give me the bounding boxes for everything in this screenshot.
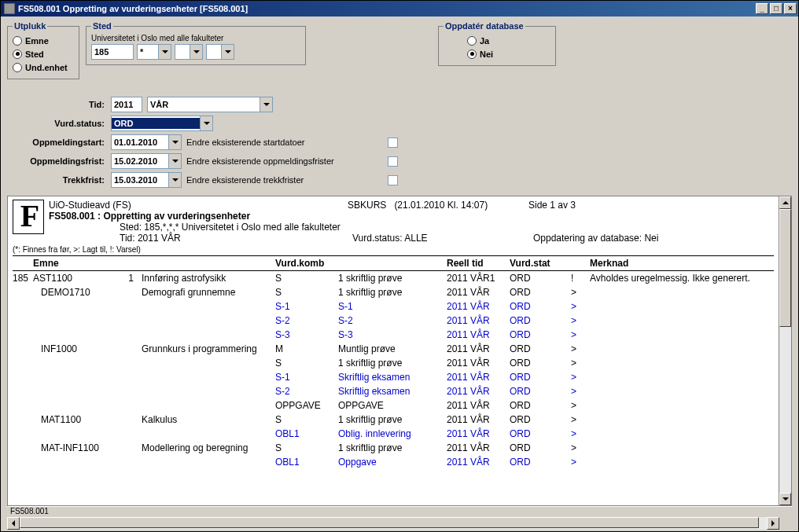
sted-legend: Sted — [91, 21, 113, 31]
app-window: FS508.001 Oppretting av vurderingsenhete… — [0, 0, 799, 532]
chevron-down-icon[interactable] — [168, 173, 181, 187]
oppmfrist-chk-label: Endre eksisterende oppmeldingsfrister — [186, 156, 383, 166]
fs-logo-icon: F — [13, 200, 44, 234]
trekk-chk-label: Endre eksisterende trekkfrister — [186, 175, 383, 185]
sted-input-1[interactable]: 185 — [91, 44, 134, 60]
table-row[interactable]: INF1000Grunnkurs i programmeringMMuntlig… — [13, 342, 774, 356]
radio-icon — [467, 50, 477, 59]
table-rows: 185AST11001Innføring astrofysikkS1 skrif… — [13, 271, 774, 469]
vurdstatus-label: Vurd.status: — [7, 119, 106, 128]
chevron-down-icon[interactable] — [200, 116, 212, 130]
table-row[interactable]: 185AST11001Innføring astrofysikkS1 skrif… — [13, 271, 774, 285]
app-icon — [4, 3, 15, 14]
report-sted-line: Sted: 185,*,*,* Universitetet i Oslo med… — [49, 222, 774, 233]
table-row[interactable]: S1 skriftlig prøve2011 VÅRORD> — [13, 356, 774, 370]
report-panel: F UiO-Studieavd (FS) SBKURS (21.01.2010 … — [7, 196, 792, 506]
horizontal-scrollbar[interactable] — [7, 517, 792, 530]
window-title: FS508.001 Oppretting av vurderingsenhete… — [18, 4, 248, 13]
table-header: Emne Vurd.komb Reell tid Vurd.stat Merkn… — [13, 256, 774, 271]
chevron-down-icon[interactable] — [168, 135, 181, 149]
radio-icon — [13, 63, 22, 72]
sted-group: Sted Universitetet i Oslo med alle fakul… — [86, 21, 306, 65]
report-table: Emne Vurd.komb Reell tid Vurd.stat Merkn… — [13, 255, 774, 469]
sted-caption: Universitetet i Oslo med alle fakulteter — [91, 34, 300, 42]
status-bar: FS508.001 — [7, 506, 792, 517]
radio-emne[interactable]: Emne — [13, 34, 74, 47]
scroll-thumb[interactable] — [779, 209, 791, 327]
oppmstart-chk-label: Endre eksisterende startdatoer — [186, 138, 383, 147]
minimize-button[interactable]: _ — [756, 3, 768, 14]
scroll-left-button[interactable] — [7, 517, 20, 530]
radio-ja[interactable]: Ja — [444, 34, 550, 47]
table-row[interactable]: DEMO1710Demografi grunnemneS1 skriftlig … — [13, 285, 774, 299]
hscroll-thumb[interactable] — [20, 517, 759, 528]
table-row[interactable]: S-3S-32011 VÅRORD> — [13, 328, 774, 342]
utplukk-group: Utplukk Emne Sted Und.enhet — [7, 21, 79, 79]
radio-undenhet[interactable]: Und.enhet — [13, 61, 74, 74]
table-row[interactable]: MAT1100KalkulusS1 skriftlig prøve2011 VÅ… — [13, 413, 774, 427]
title-bar[interactable]: FS508.001 Oppretting av vurderingsenhete… — [1, 1, 798, 17]
tid-year-input[interactable]: 2011 — [111, 97, 142, 112]
scroll-corner — [779, 517, 792, 530]
chevron-down-icon[interactable] — [158, 45, 171, 59]
report-body: F UiO-Studieavd (FS) SBKURS (21.01.2010 … — [8, 196, 779, 505]
radio-icon — [13, 36, 22, 46]
radio-nei[interactable]: Nei — [444, 47, 550, 61]
oppdater-group: Oppdatér database Ja Nei — [438, 21, 556, 66]
oppdater-legend: Oppdatér database — [444, 21, 525, 31]
trekk-label: Trekkfrist: — [7, 175, 106, 185]
table-row[interactable]: S-1Skriftlig eksamen2011 VÅRORD> — [13, 370, 774, 384]
maximize-button[interactable]: □ — [770, 3, 782, 14]
report-sys: SBKURS — [348, 200, 386, 211]
close-button[interactable]: × — [784, 3, 797, 14]
oppmfrist-checkbox[interactable] — [388, 156, 398, 167]
oppmstart-combo[interactable]: 01.01.2010 — [111, 134, 182, 150]
report-tid-line: Tid: 2011 VÅR — [120, 233, 352, 244]
sted-combo-4[interactable] — [206, 44, 234, 60]
report-org: UiO-Studieavd (FS) — [49, 200, 348, 211]
scroll-track[interactable] — [779, 209, 791, 493]
chevron-down-icon[interactable] — [168, 154, 181, 168]
hscroll-track[interactable] — [20, 517, 767, 530]
trekk-combo[interactable]: 15.03.2010 — [111, 172, 182, 188]
report-title: FS508.001 : Oppretting av vurderingsenhe… — [49, 211, 774, 222]
utplukk-legend: Utplukk — [13, 21, 47, 31]
table-row[interactable]: MAT-INF1100Modellering og beregningS1 sk… — [13, 441, 774, 455]
sted-combo-3[interactable] — [175, 44, 203, 60]
chevron-down-icon[interactable] — [260, 97, 272, 112]
chevron-down-icon[interactable] — [190, 45, 202, 59]
table-row[interactable]: S-2Skriftlig eksamen2011 VÅRORD> — [13, 384, 774, 398]
report-page: Side 1 av 3 — [528, 200, 576, 211]
sted-combo-2[interactable]: * — [137, 44, 171, 60]
chevron-down-icon[interactable] — [221, 45, 234, 59]
oppmfrist-combo[interactable]: 15.02.2010 — [111, 153, 182, 169]
table-row[interactable]: S-1S-12011 VÅRORD> — [13, 299, 774, 314]
trekk-checkbox[interactable] — [388, 175, 398, 185]
oppmstart-label: Oppmeldingstart: — [7, 138, 106, 147]
report-timestamp: (21.01.2010 Kl. 14:07) — [394, 200, 488, 211]
scroll-right-button[interactable] — [767, 517, 779, 530]
tid-label: Tid: — [7, 100, 106, 109]
report-note: (*: Finnes fra før, >: Lagt til, !: Vars… — [13, 245, 774, 254]
scroll-up-button[interactable] — [779, 196, 791, 209]
report-db-line: Oppdatering av database: Nei — [533, 233, 658, 244]
scroll-down-button[interactable] — [779, 493, 791, 505]
table-row[interactable]: OPPGAVEOPPGAVE2011 VÅRORD> — [13, 398, 774, 413]
table-row[interactable]: S-2S-22011 VÅRORD> — [13, 314, 774, 328]
oppmfrist-label: Oppmeldingsfrist: — [7, 156, 106, 166]
vurdstatus-combo[interactable]: ORD — [111, 116, 213, 131]
tid-sem-combo[interactable]: VÅR — [147, 97, 273, 112]
content-area: Utplukk Emne Sted Und.enhet Sted Univers… — [1, 17, 798, 531]
form-area: Tid: 2011 VÅR Vurd.status: ORD Oppmeldin… — [7, 95, 792, 189]
oppmstart-checkbox[interactable] — [388, 138, 398, 148]
vertical-scrollbar[interactable] — [779, 196, 791, 505]
radio-sted[interactable]: Sted — [13, 47, 74, 61]
report-vs-line: Vurd.status: ALLE — [352, 233, 533, 244]
radio-icon — [13, 50, 22, 59]
table-row[interactable]: OBL1Oppgave2011 VÅRORD> — [13, 455, 774, 469]
radio-icon — [467, 36, 477, 46]
table-row[interactable]: OBL1Oblig. innlevering2011 VÅRORD> — [13, 427, 774, 441]
